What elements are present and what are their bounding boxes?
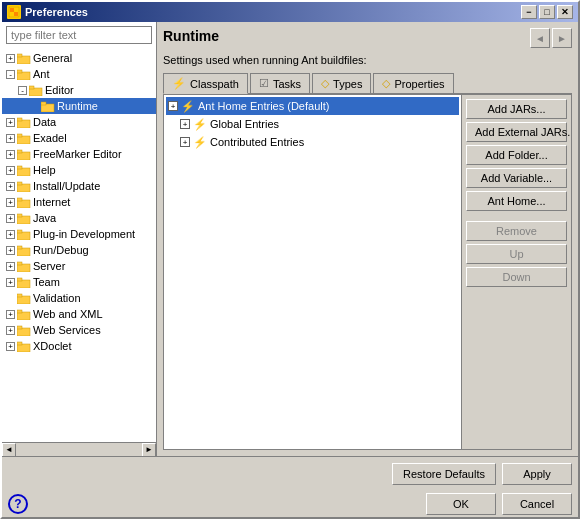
sidebar-item-validation[interactable]: Validation <box>2 290 156 306</box>
tasks-tab-icon: ☑ <box>259 77 269 90</box>
expand-help[interactable]: + <box>6 166 15 175</box>
ok-button[interactable]: OK <box>426 493 496 515</box>
sidebar-item-xdoclet-label: XDoclet <box>33 340 72 352</box>
side-buttons-panel: Add JARs... Add External JARs... Add Fol… <box>461 95 571 449</box>
svg-rect-2 <box>14 12 18 16</box>
expand-java[interactable]: + <box>6 214 15 223</box>
expand-xdoclet[interactable]: + <box>6 342 15 351</box>
tab-types-label: Types <box>333 78 362 90</box>
expand-general[interactable]: + <box>6 54 15 63</box>
tab-classpath[interactable]: ⚡ Classpath <box>163 73 248 94</box>
entry-ant-home-label: Ant Home Entries (Default) <box>198 100 329 112</box>
sidebar-item-freemarker-label: FreeMarker Editor <box>33 148 122 160</box>
expand-ant-home[interactable]: + <box>168 101 178 111</box>
add-folder-button[interactable]: Add Folder... <box>466 145 567 165</box>
remove-button[interactable]: Remove <box>466 221 567 241</box>
expand-plugin[interactable]: + <box>6 230 15 239</box>
ant-home-button[interactable]: Ant Home... <box>466 191 567 211</box>
sidebar-item-xdoclet[interactable]: + XDoclet <box>2 338 156 354</box>
properties-tab-icon: ◇ <box>382 77 390 90</box>
preferences-window: Preferences − □ ✕ + General - <box>0 0 580 519</box>
sidebar-item-general[interactable]: + General <box>2 50 156 66</box>
svg-rect-12 <box>17 118 22 121</box>
right-panel-top: Runtime ◄ ► <box>163 28 572 52</box>
sidebar-item-help[interactable]: + Help <box>2 162 156 178</box>
tab-types[interactable]: ◇ Types <box>312 73 371 94</box>
global-icon: ⚡ <box>193 118 207 131</box>
entry-contributed[interactable]: + ⚡ Contributed Entries <box>166 133 459 151</box>
cancel-button[interactable]: Cancel <box>502 493 572 515</box>
expand-editor[interactable]: - <box>18 86 27 95</box>
expand-internet[interactable]: + <box>6 198 15 207</box>
down-button[interactable]: Down <box>466 267 567 287</box>
sidebar-item-general-label: General <box>33 52 72 64</box>
sidebar-item-team[interactable]: + Team <box>2 274 156 290</box>
scroll-left-btn[interactable]: ◄ <box>2 443 16 457</box>
svg-rect-4 <box>17 54 22 57</box>
entry-ant-home[interactable]: + ⚡ Ant Home Entries (Default) <box>166 97 459 115</box>
sidebar-item-server[interactable]: + Server <box>2 258 156 274</box>
expand-freemarker[interactable]: + <box>6 150 15 159</box>
add-jars-button[interactable]: Add JARs... <box>466 99 567 119</box>
sidebar-item-webservices-label: Web Services <box>33 324 101 336</box>
sidebar-item-java[interactable]: + Java <box>2 210 156 226</box>
scrollbar-track <box>18 445 140 455</box>
expand-global[interactable]: + <box>180 119 190 129</box>
scroll-right-btn[interactable]: ► <box>142 443 156 457</box>
sidebar-item-internet[interactable]: + Internet <box>2 194 156 210</box>
tree-area: + General - Ant - Editor <box>2 48 156 442</box>
add-variable-button[interactable]: Add Variable... <box>466 168 567 188</box>
add-external-jars-button[interactable]: Add External JARs... <box>466 122 567 142</box>
svg-rect-36 <box>17 310 22 313</box>
right-panel: Runtime ◄ ► Settings used when running A… <box>157 22 578 456</box>
entries-list: + ⚡ Ant Home Entries (Default) + ⚡ Globa… <box>164 95 461 449</box>
entry-contributed-label: Contributed Entries <box>210 136 304 148</box>
sidebar-item-exadel-label: Exadel <box>33 132 67 144</box>
svg-rect-22 <box>17 198 22 201</box>
sidebar-item-plugin[interactable]: + Plug-in Development <box>2 226 156 242</box>
filter-input[interactable] <box>6 26 152 44</box>
sidebar-item-install[interactable]: + Install/Update <box>2 178 156 194</box>
close-button[interactable]: ✕ <box>557 5 573 19</box>
bottom-action-bar: Restore Defaults Apply <box>2 457 578 489</box>
expand-exadel[interactable]: + <box>6 134 15 143</box>
expand-team[interactable]: + <box>6 278 15 287</box>
sidebar-item-editor[interactable]: - Editor <box>2 82 156 98</box>
expand-data[interactable]: + <box>6 118 15 127</box>
svg-rect-26 <box>17 230 22 233</box>
expand-webservices[interactable]: + <box>6 326 15 335</box>
sidebar-item-data[interactable]: + Data <box>2 114 156 130</box>
bottom-status-bar: ? OK Cancel <box>2 489 578 517</box>
expand-webxml[interactable]: + <box>6 310 15 319</box>
nav-forward-button[interactable]: ► <box>552 28 572 48</box>
sidebar-item-plugin-label: Plug-in Development <box>33 228 135 240</box>
sidebar-item-runtime[interactable]: Runtime <box>2 98 156 114</box>
expand-ant[interactable]: - <box>6 70 15 79</box>
up-button[interactable]: Up <box>466 244 567 264</box>
entry-global[interactable]: + ⚡ Global Entries <box>166 115 459 133</box>
svg-rect-40 <box>17 342 22 345</box>
sidebar-item-freemarker[interactable]: + FreeMarker Editor <box>2 146 156 162</box>
help-button[interactable]: ? <box>8 494 28 514</box>
minimize-button[interactable]: − <box>521 5 537 19</box>
maximize-button[interactable]: □ <box>539 5 555 19</box>
classpath-tab-icon: ⚡ <box>172 77 186 90</box>
expand-contributed[interactable]: + <box>180 137 190 147</box>
expand-rundebug[interactable]: + <box>6 246 15 255</box>
svg-rect-8 <box>29 86 34 89</box>
tab-tasks[interactable]: ☑ Tasks <box>250 73 310 94</box>
sidebar-item-exadel[interactable]: + Exadel <box>2 130 156 146</box>
sidebar-item-webservices[interactable]: + Web Services <box>2 322 156 338</box>
sidebar-item-rundebug[interactable]: + Run/Debug <box>2 242 156 258</box>
restore-defaults-button[interactable]: Restore Defaults <box>392 463 496 485</box>
sidebar-item-data-label: Data <box>33 116 56 128</box>
sidebar-item-webxml[interactable]: + Web and XML <box>2 306 156 322</box>
svg-rect-6 <box>17 70 22 73</box>
sidebar-item-ant[interactable]: - Ant <box>2 66 156 82</box>
nav-back-button[interactable]: ◄ <box>530 28 550 48</box>
apply-button[interactable]: Apply <box>502 463 572 485</box>
tab-properties[interactable]: ◇ Properties <box>373 73 453 94</box>
expand-server[interactable]: + <box>6 262 15 271</box>
footer: Restore Defaults Apply ? OK Cancel <box>2 456 578 517</box>
expand-install[interactable]: + <box>6 182 15 191</box>
